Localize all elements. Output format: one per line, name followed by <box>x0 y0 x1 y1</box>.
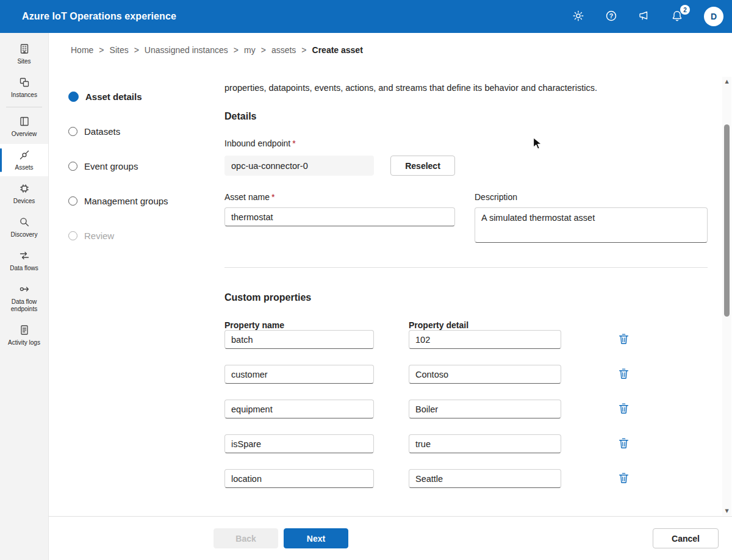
property-detail-input[interactable] <box>409 400 561 418</box>
breadcrumb-item-sites[interactable]: Sites <box>110 45 129 55</box>
instances-icon <box>18 76 30 88</box>
step-asset-details[interactable]: Asset details <box>68 79 215 114</box>
property-name-input[interactable] <box>224 400 374 418</box>
step-label: Management groups <box>84 196 168 206</box>
megaphone-icon <box>638 10 650 24</box>
top-app-bar: Azure IoT Operations experience ? <box>0 0 732 33</box>
breadcrumb-item-home[interactable]: Home <box>71 45 93 55</box>
avatar-initial: D <box>711 12 717 21</box>
step-datasets[interactable]: Datasets <box>68 114 215 149</box>
step-management-groups[interactable]: Management groups <box>68 184 215 218</box>
wizard-steps: Asset details Datasets Event groups Mana… <box>68 79 215 253</box>
description-label: Description <box>475 192 708 202</box>
assets-icon <box>18 149 30 161</box>
scrollbar-thumb[interactable] <box>724 124 730 317</box>
breadcrumb-separator: > <box>261 45 266 55</box>
app-title: Azure IoT Operations experience <box>22 11 176 22</box>
breadcrumb-current: Create asset <box>312 45 363 55</box>
property-name-input[interactable] <box>224 469 374 488</box>
step-label: Datasets <box>84 126 120 137</box>
gear-icon <box>572 10 584 24</box>
cancel-button[interactable]: Cancel <box>653 528 719 548</box>
breadcrumb-separator: > <box>134 45 139 55</box>
sidebar-item-devices[interactable]: Devices <box>0 178 48 210</box>
data-flow-endpoints-icon <box>18 283 30 295</box>
sidebar-item-label: Activity logs <box>8 339 40 346</box>
required-asterisk: * <box>271 192 274 202</box>
property-row <box>224 365 708 384</box>
property-detail-input[interactable] <box>409 365 561 384</box>
scroll-up-arrow[interactable] <box>722 77 731 86</box>
delete-property-button[interactable] <box>615 470 632 487</box>
activity-logs-icon <box>18 324 30 336</box>
step-event-groups[interactable]: Event groups <box>68 149 215 184</box>
sidebar-item-instances[interactable]: Instances <box>0 71 48 104</box>
sidebar-item-label: Assets <box>15 164 33 171</box>
details-heading: Details <box>224 111 708 122</box>
next-button[interactable]: Next <box>284 528 348 548</box>
property-name-input[interactable] <box>224 330 374 349</box>
sidebar-item-label: Overview <box>12 131 37 138</box>
asset-name-label: Asset name* <box>224 192 455 202</box>
inbound-endpoint-input[interactable] <box>224 156 374 176</box>
property-name-input[interactable] <box>224 365 374 384</box>
delete-property-button[interactable] <box>615 366 632 383</box>
notification-badge: 2 <box>680 5 690 15</box>
step-indicator <box>68 127 77 136</box>
trash-icon <box>617 437 630 451</box>
overview-icon <box>18 115 30 127</box>
sidebar-item-label: Data flows <box>10 265 38 272</box>
reselect-button[interactable]: Reselect <box>390 156 455 176</box>
delete-property-button[interactable] <box>615 331 632 348</box>
settings-button[interactable] <box>570 8 587 25</box>
breadcrumb: Home > Sites > Unassigned instances > my… <box>49 33 732 67</box>
breadcrumb-item-assets[interactable]: assets <box>271 45 296 55</box>
step-indicator <box>68 196 77 206</box>
property-detail-input[interactable] <box>409 330 561 349</box>
intro-text: properties, datapoints, events, actions,… <box>224 83 708 93</box>
topbar-actions: ? 2 D <box>570 7 723 26</box>
delete-property-button[interactable] <box>615 401 632 418</box>
breadcrumb-item-unassigned-instances[interactable]: Unassigned instances <box>145 45 228 55</box>
trash-icon <box>617 472 630 486</box>
rail-divider <box>6 107 42 107</box>
property-name-input[interactable] <box>224 434 374 453</box>
account-avatar[interactable]: D <box>704 7 723 26</box>
delete-property-button[interactable] <box>615 436 632 453</box>
property-name-header: Property name <box>224 320 409 330</box>
step-indicator <box>68 92 79 102</box>
step-indicator <box>68 231 77 240</box>
property-detail-input[interactable] <box>409 434 561 453</box>
sidebar-item-label: Sites <box>17 58 30 65</box>
name-description-row: Asset name* Description A simulated ther… <box>224 192 708 245</box>
step-indicator <box>68 162 77 171</box>
trash-icon <box>617 402 630 417</box>
sidebar-item-assets[interactable]: Assets <box>0 144 48 176</box>
asset-name-input[interactable] <box>224 207 455 226</box>
property-row <box>224 330 708 349</box>
description-input[interactable]: A simulated thermostat asset <box>475 207 708 243</box>
custom-properties-heading: Custom properties <box>224 292 708 303</box>
notifications-button[interactable]: 2 <box>669 8 686 25</box>
sidebar-item-label: Devices <box>13 198 35 205</box>
property-row <box>224 400 708 418</box>
breadcrumb-separator: > <box>99 45 104 55</box>
sites-icon <box>18 43 30 55</box>
sidebar-item-data-flows[interactable]: Data flows <box>0 245 48 277</box>
sidebar-item-overview[interactable]: Overview <box>0 110 48 143</box>
breadcrumb-item-my[interactable]: my <box>244 45 256 55</box>
devices-icon <box>18 182 30 195</box>
help-button[interactable]: ? <box>603 8 620 25</box>
sidebar-item-discovery[interactable]: Discovery <box>0 211 48 243</box>
scroll-down-arrow[interactable] <box>722 506 731 515</box>
property-detail-input[interactable] <box>409 469 561 488</box>
required-asterisk: * <box>292 138 295 148</box>
sidebar-item-activity-logs[interactable]: Activity logs <box>0 319 48 351</box>
create-asset-form: properties, datapoints, events, actions,… <box>224 79 708 504</box>
back-button[interactable]: Back <box>214 528 278 548</box>
step-review[interactable]: Review <box>68 218 215 253</box>
feedback-button[interactable] <box>636 8 653 25</box>
data-flows-icon <box>18 249 30 262</box>
sidebar-item-data-flow-endpoints[interactable]: Data flow endpoints <box>0 278 48 318</box>
sidebar-item-sites[interactable]: Sites <box>0 38 48 70</box>
